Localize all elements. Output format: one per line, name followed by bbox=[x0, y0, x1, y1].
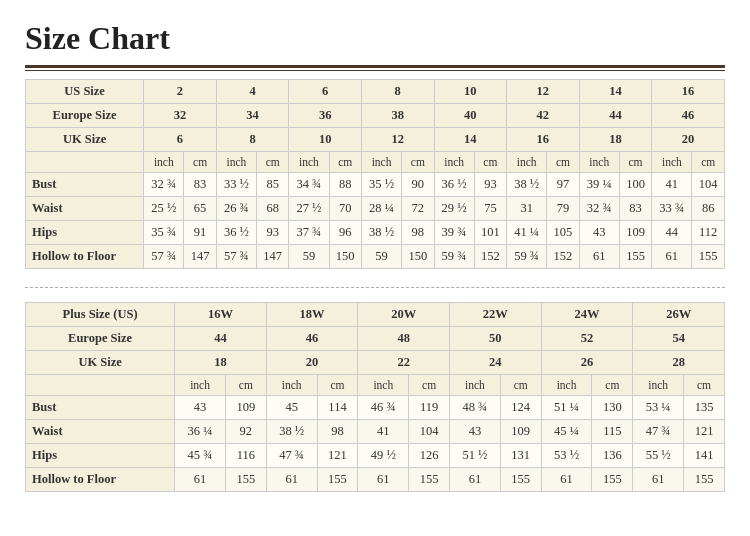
htf-14-cm: 155 bbox=[619, 245, 651, 269]
htf-6-cm: 150 bbox=[329, 245, 361, 269]
bust-8-inch: 35 ½ bbox=[361, 173, 401, 197]
unit-label-empty bbox=[26, 152, 144, 173]
unit-cm-7: cm bbox=[619, 152, 651, 173]
plus-htf-24w-cm: 155 bbox=[592, 468, 633, 492]
plus-waist-26w-inch: 47 ¾ bbox=[633, 420, 684, 444]
hips-4-inch: 36 ½ bbox=[216, 221, 256, 245]
unit-inch-1: inch bbox=[144, 152, 184, 173]
bust-4-inch: 33 ½ bbox=[216, 173, 256, 197]
uk-size-18: 18 bbox=[579, 128, 652, 152]
plus-bust-26w-inch: 53 ¼ bbox=[633, 396, 684, 420]
bust-12-inch: 38 ½ bbox=[507, 173, 547, 197]
htf-10-inch: 59 ¾ bbox=[434, 245, 474, 269]
hips-12-inch: 41 ¼ bbox=[507, 221, 547, 245]
htf-8-inch: 59 bbox=[361, 245, 401, 269]
hips-16-cm: 112 bbox=[692, 221, 725, 245]
htf-2-cm: 147 bbox=[184, 245, 216, 269]
plus-hips-26w-cm: 141 bbox=[684, 444, 725, 468]
waist-10-cm: 75 bbox=[474, 197, 506, 221]
plus-europe-label: Europe Size bbox=[26, 327, 175, 351]
plus-bust-22w-cm: 124 bbox=[500, 396, 541, 420]
unit-cm-8: cm bbox=[692, 152, 725, 173]
plus-htf-26w-cm: 155 bbox=[684, 468, 725, 492]
unit-inch-6: inch bbox=[507, 152, 547, 173]
plus-bust-20w-cm: 119 bbox=[409, 396, 450, 420]
unit-inch-2: inch bbox=[216, 152, 256, 173]
bust-4-cm: 85 bbox=[256, 173, 288, 197]
plus-waist-26w-cm: 121 bbox=[684, 420, 725, 444]
plus-europe-50: 50 bbox=[450, 327, 542, 351]
europe-size-40: 40 bbox=[434, 104, 507, 128]
waist-10-inch: 29 ½ bbox=[434, 197, 474, 221]
unit-cm-5: cm bbox=[474, 152, 506, 173]
plus-htf-22w-inch: 61 bbox=[450, 468, 501, 492]
htf-16-inch: 61 bbox=[652, 245, 692, 269]
plus-bust-16w-inch: 43 bbox=[175, 396, 226, 420]
plus-unit-empty bbox=[26, 375, 175, 396]
plus-inch-5: inch bbox=[541, 375, 592, 396]
unit-cm-2: cm bbox=[256, 152, 288, 173]
europe-size-42: 42 bbox=[507, 104, 580, 128]
plus-hips-18w-cm: 121 bbox=[317, 444, 358, 468]
unit-inch-5: inch bbox=[434, 152, 474, 173]
unit-cm-6: cm bbox=[547, 152, 579, 173]
plus-waist-22w-inch: 43 bbox=[450, 420, 501, 444]
plus-htf-20w-cm: 155 bbox=[409, 468, 450, 492]
plus-us-20w: 20W bbox=[358, 303, 450, 327]
htf-6-inch: 59 bbox=[289, 245, 329, 269]
hips-8-inch: 38 ½ bbox=[361, 221, 401, 245]
plus-us-22w: 22W bbox=[450, 303, 542, 327]
uk-size-20: 20 bbox=[652, 128, 725, 152]
bust-14-inch: 39 ¼ bbox=[579, 173, 619, 197]
bust-6-inch: 34 ¾ bbox=[289, 173, 329, 197]
plus-bust-row: Bust 43 109 45 114 46 ¾ 119 48 ¾ 124 51 … bbox=[26, 396, 725, 420]
waist-16-inch: 33 ¾ bbox=[652, 197, 692, 221]
unit-cm-1: cm bbox=[184, 152, 216, 173]
plus-hips-24w-inch: 53 ½ bbox=[541, 444, 592, 468]
plus-inch-1: inch bbox=[175, 375, 226, 396]
bust-14-cm: 100 bbox=[619, 173, 651, 197]
plus-waist-20w-cm: 104 bbox=[409, 420, 450, 444]
uk-size-10: 10 bbox=[289, 128, 362, 152]
plus-us-size-label: Plus Size (US) bbox=[26, 303, 175, 327]
plus-europe-44: 44 bbox=[175, 327, 267, 351]
plus-hips-row: Hips 45 ¾ 116 47 ¾ 121 49 ½ 126 51 ½ 131… bbox=[26, 444, 725, 468]
plus-hips-22w-cm: 131 bbox=[500, 444, 541, 468]
uk-size-12: 12 bbox=[361, 128, 434, 152]
waist-6-cm: 70 bbox=[329, 197, 361, 221]
unit-cm-3: cm bbox=[329, 152, 361, 173]
us-size-6: 6 bbox=[289, 80, 362, 104]
bust-2-cm: 83 bbox=[184, 173, 216, 197]
europe-size-34: 34 bbox=[216, 104, 289, 128]
plus-uk-22: 22 bbox=[358, 351, 450, 375]
plus-inch-6: inch bbox=[633, 375, 684, 396]
uk-size-8: 8 bbox=[216, 128, 289, 152]
uk-size-14: 14 bbox=[434, 128, 507, 152]
section-gap bbox=[25, 269, 725, 287]
waist-6-inch: 27 ½ bbox=[289, 197, 329, 221]
plus-uk-label: UK Size bbox=[26, 351, 175, 375]
unit-cm-4: cm bbox=[402, 152, 434, 173]
waist-12-cm: 79 bbox=[547, 197, 579, 221]
htf-16-cm: 155 bbox=[692, 245, 725, 269]
top-divider bbox=[25, 65, 725, 68]
plus-hips-16w-cm: 116 bbox=[225, 444, 266, 468]
plus-hips-26w-inch: 55 ½ bbox=[633, 444, 684, 468]
hips-6-inch: 37 ¾ bbox=[289, 221, 329, 245]
waist-4-inch: 26 ¾ bbox=[216, 197, 256, 221]
plus-uk-18: 18 bbox=[175, 351, 267, 375]
bust-16-cm: 104 bbox=[692, 173, 725, 197]
htf-2-inch: 57 ¾ bbox=[144, 245, 184, 269]
htf-10-cm: 152 bbox=[474, 245, 506, 269]
waist-8-cm: 72 bbox=[402, 197, 434, 221]
hips-10-inch: 39 ¾ bbox=[434, 221, 474, 245]
plus-bust-16w-cm: 109 bbox=[225, 396, 266, 420]
plus-bust-18w-cm: 114 bbox=[317, 396, 358, 420]
plus-cm-1: cm bbox=[225, 375, 266, 396]
europe-size-46: 46 bbox=[652, 104, 725, 128]
hips-12-cm: 105 bbox=[547, 221, 579, 245]
waist-2-inch: 25 ½ bbox=[144, 197, 184, 221]
unit-inch-3: inch bbox=[289, 152, 329, 173]
plus-hollow-floor-label: Hollow to Floor bbox=[26, 468, 175, 492]
uk-size-6: 6 bbox=[144, 128, 217, 152]
